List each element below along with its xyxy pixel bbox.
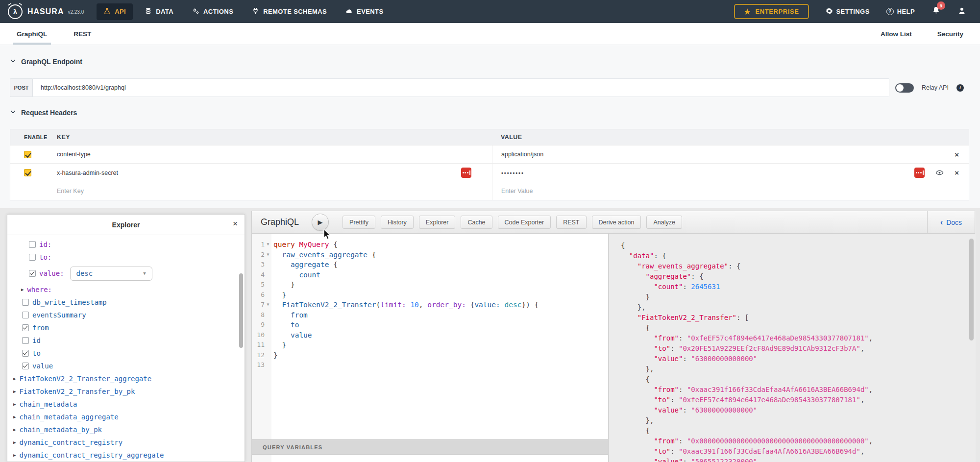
explorer-root-FiatTokenV2_2_Transfer_by_pk[interactable]: ▶FiatTokenV2_2_Transfer_by_pk [7, 385, 245, 398]
nav-item-remote-schemas[interactable]: REMOTE SCHEMAS [245, 3, 334, 20]
tab-graphiql[interactable]: GraphiQL [17, 23, 47, 45]
expand-arrow-icon[interactable]: ▶ [13, 427, 16, 432]
explorer-arg-id[interactable]: id: [7, 238, 245, 251]
explorer-button[interactable]: Explorer [419, 216, 456, 229]
analyze-button[interactable]: Analyze [646, 216, 682, 229]
nav-item-events[interactable]: EVENTS [339, 3, 390, 20]
fold-arrow-icon[interactable]: ▼ [265, 250, 271, 260]
explorer-arg-where[interactable]: ▶where: [7, 283, 245, 296]
password-manager-icon[interactable] [914, 168, 925, 178]
checkbox[interactable] [29, 241, 36, 248]
value-input[interactable]: application/json× [492, 146, 969, 163]
explorer-root-dynamic_contract_registry[interactable]: ▶dynamic_contract_registry [7, 436, 245, 449]
explorer-field-id[interactable]: id [7, 334, 245, 347]
expand-arrow-icon[interactable]: ▶ [13, 402, 16, 407]
enterprise-button[interactable]: ★ ENTERPRISE [734, 4, 808, 19]
explorer-field-value[interactable]: value [7, 360, 245, 372]
user-menu-button[interactable] [957, 6, 966, 17]
checkbox[interactable] [22, 324, 29, 331]
checkbox[interactable] [29, 270, 36, 277]
nav-item-label: API [115, 8, 126, 15]
docs-link[interactable]: ‹ Docs [927, 211, 975, 234]
key-input[interactable]: content-type [57, 151, 492, 158]
cache-button[interactable]: Cache [461, 216, 492, 229]
query-editor[interactable]: 1▼query MyQuery {2▼ raw_events_aggregate… [252, 234, 608, 439]
response-line: "value": "50655122320000" [621, 457, 873, 462]
endpoint-url-input[interactable]: http://localhost:8080/v1/graphql [33, 78, 889, 97]
graphiql-toolbar: GraphiQL ▶ PrettifyHistoryExplorerCacheC… [252, 211, 975, 234]
remove-header-icon[interactable]: × [955, 151, 959, 158]
explorer-root-chain_metadata_by_pk[interactable]: ▶chain_metadata_by_pk [7, 423, 245, 436]
explorer-arg-value[interactable]: value:desc▼ [7, 264, 245, 283]
rest-button[interactable]: REST [556, 216, 586, 229]
fold-arrow-icon[interactable]: ▼ [265, 240, 271, 250]
item-label: to: [39, 253, 51, 261]
explorer-root-dynamic_contract_registry_aggregate[interactable]: ▶dynamic_contract_registry_aggregate [7, 449, 245, 462]
query-variables-bar[interactable]: QUERY VARIABLES [252, 439, 608, 455]
explorer-field-from[interactable]: from [7, 321, 245, 334]
explorer-field-to[interactable]: to [7, 347, 245, 360]
close-icon[interactable]: × [233, 219, 238, 229]
explorer-scrollbar[interactable] [239, 273, 243, 348]
response-line: "data": { [621, 251, 873, 261]
info-icon[interactable]: i [956, 84, 964, 92]
line-number: 1 [252, 240, 265, 250]
brand[interactable]: λ HASURA v2.23.0 [0, 4, 97, 19]
checkbox[interactable] [22, 350, 29, 357]
query-variables-editor[interactable] [252, 455, 608, 462]
checkbox[interactable] [22, 299, 29, 306]
fold-arrow-icon[interactable]: ▼ [265, 300, 271, 310]
remove-header-icon[interactable]: × [955, 169, 959, 176]
expand-arrow-icon[interactable]: ▶ [13, 440, 16, 445]
explorer-arg-to[interactable]: to: [7, 251, 245, 264]
docs-label: Docs [946, 219, 962, 226]
tab-allow-list[interactable]: Allow List [881, 30, 912, 38]
notifications-button[interactable]: 9 [931, 6, 941, 17]
expand-arrow-icon[interactable]: ▶ [13, 389, 16, 394]
nav-item-data[interactable]: DATA [138, 3, 180, 20]
tab-rest[interactable]: REST [74, 23, 91, 45]
key-input[interactable]: x-hasura-admin-secret [57, 170, 492, 176]
item-label: chain_metadata_aggregate [19, 413, 118, 421]
header-row-content-type: content-typeapplication/json× [10, 146, 969, 164]
item-label: chain_metadata_by_pk [19, 426, 102, 434]
plug-icon [252, 7, 259, 16]
item-label: value: [39, 269, 64, 277]
checkbox[interactable] [29, 254, 36, 261]
value-input[interactable]: ••••••••× [492, 164, 969, 182]
explorer-root-chain_metadata[interactable]: ▶chain_metadata [7, 398, 245, 411]
help-button[interactable]: ? HELP [886, 8, 915, 15]
graphql-endpoint-section-header[interactable]: GraphQL Endpoint [10, 58, 82, 66]
explorer-root-FiatTokenV2_2_Transfer_aggregate[interactable]: ▶FiatTokenV2_2_Transfer_aggregate [7, 372, 245, 385]
explorer-field-db_write_timestamp[interactable]: db_write_timestamp [7, 296, 245, 309]
expand-arrow-icon[interactable]: ▶ [21, 287, 24, 292]
explorer-field-eventsSummary[interactable]: eventsSummary [7, 309, 245, 321]
checkbox[interactable] [22, 312, 29, 318]
tab-security[interactable]: Security [937, 30, 963, 38]
history-button[interactable]: History [381, 216, 414, 229]
expand-arrow-icon[interactable]: ▶ [13, 414, 16, 419]
password-manager-icon[interactable] [461, 168, 471, 178]
settings-button[interactable]: SETTINGS [826, 7, 870, 16]
checkbox[interactable] [22, 337, 29, 344]
expand-arrow-icon[interactable]: ▶ [13, 453, 16, 458]
relay-api-toggle[interactable] [895, 83, 914, 93]
request-headers-section-header[interactable]: Request Headers [10, 109, 77, 117]
line-number: 11 [252, 340, 265, 350]
nav-item-actions[interactable]: ACTIONS [185, 3, 240, 20]
prettify-button[interactable]: Prettify [343, 216, 375, 229]
checkbox[interactable] [22, 363, 29, 369]
key-input[interactable]: Enter Key [57, 188, 492, 195]
response-scrollbar[interactable] [969, 239, 974, 340]
sort-order-select[interactable]: desc▼ [70, 267, 152, 281]
enable-checkbox[interactable] [24, 169, 31, 176]
derive-action-button[interactable]: Derive action [592, 216, 641, 229]
nav-item-api[interactable]: API [97, 3, 133, 20]
enable-checkbox[interactable] [24, 151, 31, 158]
execute-query-button[interactable]: ▶ [312, 214, 329, 231]
value-input[interactable]: Enter Value [492, 182, 969, 200]
explorer-root-chain_metadata_aggregate[interactable]: ▶chain_metadata_aggregate [7, 411, 245, 423]
expand-arrow-icon[interactable]: ▶ [13, 376, 16, 381]
code-exporter-button[interactable]: Code Exporter [498, 216, 551, 229]
eye-icon[interactable] [935, 169, 944, 177]
